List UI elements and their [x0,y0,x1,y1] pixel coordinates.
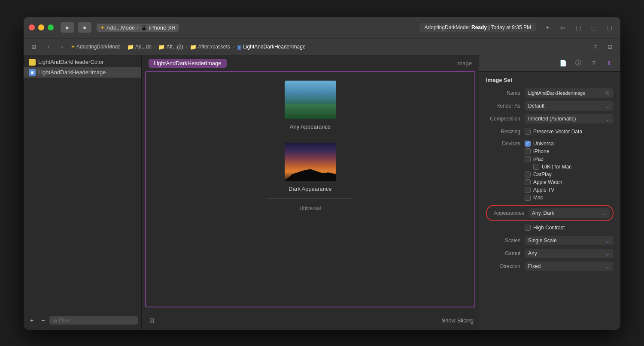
devices-list: Universal iPhone iPad [525,140,571,202]
render-as-row: Render As Default ⌄ [486,101,614,111]
device-universal: Universal [525,140,571,147]
iphone-checkbox[interactable] [525,148,531,154]
gamut-value: Any [528,250,537,256]
compression-select[interactable]: Inherited (Automatic) ⌄ [525,114,614,123]
any-appearance-slot[interactable]: Any Appearance [285,81,336,130]
name-field[interactable]: LightAndDarkHeaderImage ⊗ [525,88,614,98]
add-button[interactable]: + [541,22,553,33]
name-clear-icon[interactable]: ⊗ [605,90,610,96]
bc-label-adde: Ad...de [135,44,152,50]
iphone-label: iPhone [533,148,549,154]
nav-arrow-button[interactable]: ⇦ [557,22,569,33]
help-icon[interactable]: ? [588,58,600,68]
devices-label: Devices [486,140,525,147]
stop-button[interactable]: ■ [78,22,91,33]
sidebar-item-color[interactable]: LightAndDarkHeaderColor [24,57,141,67]
close-button[interactable] [29,24,35,30]
add-asset-button[interactable]: + [27,316,36,325]
direction-arrow: ⌄ [605,263,610,270]
appearances-arrow: ⌄ [601,210,606,217]
bc-label-xcassets: After.xcassets [198,44,230,50]
sidebar-bottom: + − ◎ Filter [24,311,141,330]
render-as-value: Default [528,103,544,109]
resizing-label: Resizing [486,129,525,135]
slice-icon: ⊡ [147,315,157,325]
sunset-image [285,143,336,181]
preserve-vector-checkbox[interactable] [525,129,531,135]
compression-label: Compression [486,116,525,122]
dark-appearance-slot[interactable]: Dark Appearance Universal [267,143,353,211]
back-button[interactable]: ‹ [43,42,54,52]
list-icon[interactable]: ≡ [589,42,601,52]
minimize-button[interactable] [38,24,44,30]
ipad-checkbox[interactable] [525,156,531,162]
canvas-area: LightAndDarkHeaderImage Image Any Appear… [142,55,479,330]
dark-appearance-label: Dark Appearance [289,186,331,192]
universal-checkbox[interactable] [525,141,531,147]
forward-button[interactable]: › [57,42,67,52]
filter-label: Filter [59,317,70,323]
apple-watch-label: Apple Watch [533,179,562,185]
uikit-mac-checkbox[interactable] [533,164,539,170]
toolbar-controls: ▶ ■ [61,22,91,33]
sidebar: LightAndDarkHeaderColor ▣ LightAndDarkHe… [24,55,142,330]
direction-select[interactable]: Fixed ⌄ [525,262,614,271]
render-as-arrow: ⌄ [605,102,610,109]
layout-btn-3[interactable]: ⬚ [603,22,615,33]
high-contrast-label: High Contrast [533,225,565,231]
devices-row: Devices Universal iPhone [486,140,614,202]
device-icon: 📱 [140,24,147,31]
pin-icon[interactable]: ⬇ [603,58,615,68]
preserve-vector-row: Preserve Vector Data [525,129,614,135]
scheme-selector[interactable]: ✦ Ado...Mode › 📱 iPhone XR [97,24,179,32]
folder-icon-3: 📁 [190,44,197,50]
bc-adopting[interactable]: ✦ AdoptingDarkMode [71,44,121,50]
name-row: Name LightAndDarkHeaderImage ⊗ [486,88,614,98]
show-slicing-button[interactable]: Show Slicing [442,317,474,324]
bc-label-aft2: Aft...(2) [166,44,183,50]
bc-active[interactable]: ▣ LightAndDarkHeaderImage [237,44,305,50]
status-state: Ready [471,24,487,30]
sidebar-item-color-label: LightAndDarkHeaderColor [38,59,103,65]
apple-watch-checkbox[interactable] [525,179,531,185]
appearances-select[interactable]: Any, Dark ⌄ [529,208,610,218]
remove-asset-button[interactable]: − [38,316,48,325]
grid-icon[interactable]: ⊞ [28,42,40,52]
gamut-arrow: ⌄ [605,250,610,257]
carplay-checkbox[interactable] [525,171,531,178]
bc-aft2[interactable]: 📁 Aft...(2) [158,44,183,50]
mac-checkbox[interactable] [525,195,531,201]
gamut-label: Gamut [486,250,525,256]
high-contrast-checkbox[interactable] [525,225,531,231]
appearances-label: Appearances [490,210,529,216]
layout-btn-1[interactable]: ⬚ [572,22,584,33]
maximize-button[interactable] [48,24,54,30]
scales-select[interactable]: Single Scale ⌄ [525,236,614,245]
device-iphone: iPhone [525,147,571,155]
asset-icon: ▣ [237,44,242,50]
bc-adde[interactable]: 📁 Ad...de [127,44,152,50]
sidebar-item-image[interactable]: ▣ LightAndDarkHeaderImage [24,67,141,78]
bc-sep-1: › [123,45,125,49]
high-contrast-row: High Contrast [486,223,614,232]
filter-input[interactable]: ◎ Filter [49,316,138,325]
gamut-select[interactable]: Any ⌄ [525,249,614,258]
apple-tv-checkbox[interactable] [525,187,531,193]
high-contrast-row-inner: High Contrast [525,225,614,231]
main-content: LightAndDarkHeaderColor ▣ LightAndDarkHe… [24,55,620,330]
doc-icon[interactable]: 📄 [557,58,569,68]
layout-btn-2[interactable]: ⬚ [588,22,600,33]
info-circle-icon[interactable]: ⓘ [572,58,584,68]
canvas-bottom: ⊡ Show Slicing [142,311,479,330]
inspector-icon[interactable]: ⊟ [604,42,616,52]
direction-row: Direction Fixed ⌄ [486,262,614,271]
run-button[interactable]: ▶ [61,22,74,33]
compression-row: Compression Inherited (Automatic) ⌄ [486,114,614,123]
bc-xcassets[interactable]: 📁 After.xcassets [190,44,230,50]
sidebar-item-image-label: LightAndDarkHeaderImage [38,69,106,75]
device-apple-tv: Apple TV [525,186,571,194]
canvas-title: LightAndDarkHeaderImage [149,59,227,68]
toolbar2: ⊞ ‹ › ✦ AdoptingDarkMode › 📁 Ad...de › 📁… [24,39,620,55]
resizing-row: Resizing Preserve Vector Data [486,127,614,136]
render-as-select[interactable]: Default ⌄ [525,101,614,111]
